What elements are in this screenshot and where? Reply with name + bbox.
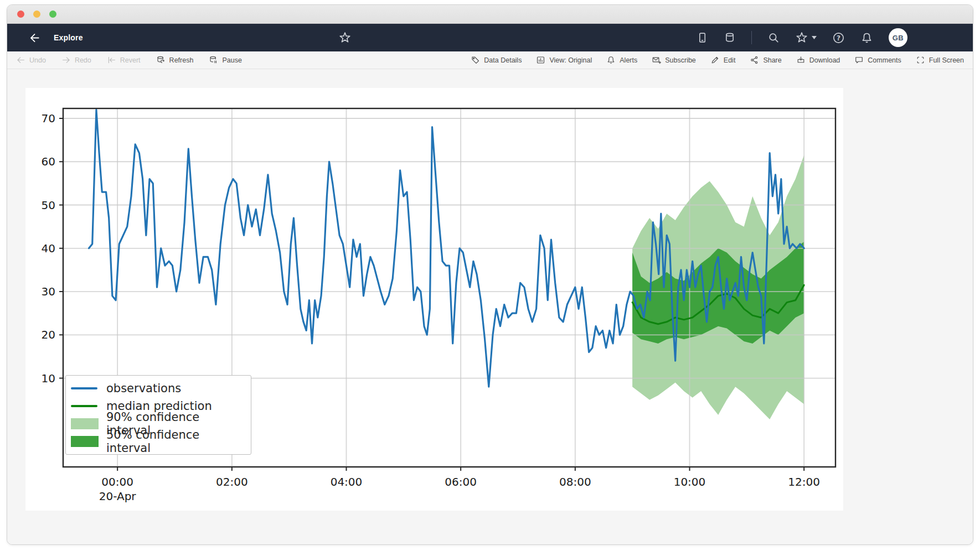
data-details-button[interactable]: Data Details bbox=[471, 55, 522, 65]
legend-item-observations: observations bbox=[71, 380, 247, 397]
revert-button[interactable]: Revert bbox=[107, 55, 141, 65]
favorites-menu[interactable] bbox=[795, 31, 817, 44]
svg-text:60: 60 bbox=[42, 155, 55, 168]
svg-text:08:00: 08:00 bbox=[559, 475, 591, 488]
content-area: 1020304050607000:0020-Apr02:0004:0006:00… bbox=[7, 69, 973, 545]
legend-swatch-median-prediction bbox=[71, 405, 97, 407]
device-layout-icon[interactable] bbox=[696, 32, 708, 44]
share-icon bbox=[750, 55, 759, 65]
avatar[interactable]: GB bbox=[889, 28, 907, 47]
page-title: Explore bbox=[54, 33, 83, 42]
chart-legend: observations median prediction 90% confi… bbox=[65, 375, 251, 455]
svg-text:10:00: 10:00 bbox=[674, 475, 706, 488]
favorite-star-icon[interactable] bbox=[338, 31, 352, 44]
edit-button[interactable]: Edit bbox=[710, 55, 736, 65]
search-icon[interactable] bbox=[767, 32, 780, 44]
title-bar bbox=[7, 5, 973, 24]
zoom-window-button[interactable] bbox=[49, 11, 56, 18]
legend-item-50-confidence: 50% confidence interval bbox=[71, 433, 247, 450]
refresh-button[interactable]: Refresh bbox=[156, 55, 194, 65]
svg-text:40: 40 bbox=[42, 242, 55, 255]
alerts-button[interactable]: Alerts bbox=[606, 55, 637, 65]
full-screen-button[interactable]: Full Screen bbox=[916, 55, 964, 65]
pause-button[interactable]: Pause bbox=[209, 55, 241, 65]
legend-swatch-90-confidence bbox=[71, 418, 99, 429]
view-chart-icon bbox=[536, 55, 545, 65]
view-toolbar: Undo Redo Revert Refresh Pause Data bbox=[7, 51, 973, 69]
subscribe-button[interactable]: Subscribe bbox=[652, 55, 696, 65]
refresh-data-icon bbox=[156, 55, 166, 65]
chart-card: 1020304050607000:0020-Apr02:0004:0006:00… bbox=[25, 88, 843, 511]
download-button[interactable]: Download bbox=[796, 55, 840, 65]
redo-button[interactable]: Redo bbox=[61, 55, 91, 65]
legend-swatch-50-confidence bbox=[71, 436, 99, 447]
help-icon[interactable]: ? bbox=[832, 32, 845, 44]
download-icon bbox=[796, 55, 806, 65]
star-icon bbox=[795, 31, 808, 44]
svg-text:04:00: 04:00 bbox=[331, 475, 363, 488]
svg-text:02:00: 02:00 bbox=[216, 475, 248, 488]
pencil-icon bbox=[710, 55, 720, 65]
undo-arrow-icon bbox=[16, 55, 25, 65]
data-source-icon[interactable] bbox=[724, 32, 736, 44]
svg-text:06:00: 06:00 bbox=[445, 475, 477, 488]
app-window: Explore ? GB bbox=[7, 4, 973, 545]
notifications-bell-icon[interactable] bbox=[860, 32, 873, 44]
svg-text:?: ? bbox=[837, 34, 840, 42]
comments-button[interactable]: Comments bbox=[854, 55, 901, 65]
svg-text:00:00: 00:00 bbox=[101, 475, 133, 488]
redo-arrow-icon bbox=[61, 55, 71, 65]
close-window-button[interactable] bbox=[17, 11, 24, 18]
view-original-button[interactable]: View: Original bbox=[536, 55, 592, 65]
nav-divider bbox=[751, 31, 752, 44]
back-button[interactable] bbox=[28, 32, 40, 44]
svg-text:12:00: 12:00 bbox=[788, 475, 820, 488]
svg-text:50: 50 bbox=[42, 199, 55, 212]
envelope-plus-icon bbox=[652, 55, 661, 65]
undo-button[interactable]: Undo bbox=[16, 55, 46, 65]
svg-text:10: 10 bbox=[42, 372, 55, 385]
chevron-down-icon bbox=[812, 36, 817, 39]
pause-data-icon bbox=[209, 55, 218, 65]
fullscreen-icon bbox=[916, 55, 925, 65]
share-button[interactable]: Share bbox=[750, 55, 781, 65]
svg-text:20: 20 bbox=[42, 328, 55, 341]
minimize-window-button[interactable] bbox=[33, 11, 40, 18]
nav-bar: Explore ? GB bbox=[7, 24, 973, 51]
svg-text:20-Apr: 20-Apr bbox=[99, 490, 137, 503]
tag-icon bbox=[471, 55, 480, 65]
back-arrow-icon bbox=[28, 32, 40, 44]
svg-text:70: 70 bbox=[42, 112, 55, 125]
legend-swatch-observations bbox=[71, 387, 97, 389]
revert-icon bbox=[107, 55, 116, 65]
svg-text:30: 30 bbox=[42, 285, 55, 298]
alert-bell-icon bbox=[606, 55, 616, 65]
comment-bubble-icon bbox=[854, 55, 864, 65]
